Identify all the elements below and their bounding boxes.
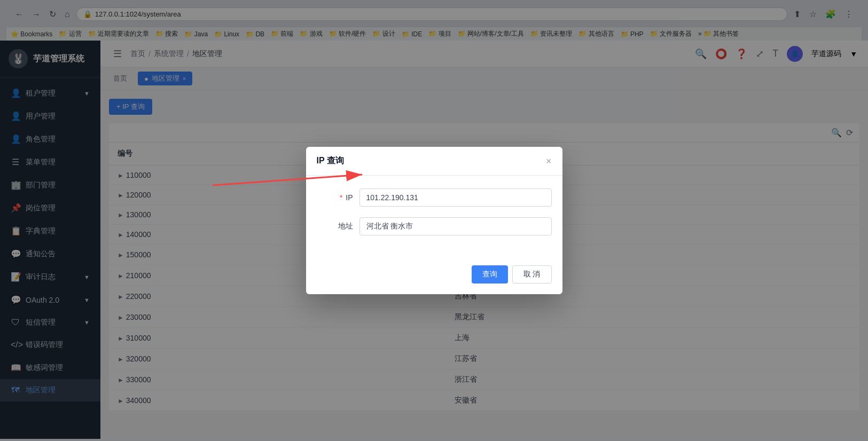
modal-body: * IP 地址: [306, 176, 562, 259]
address-label: 地址: [317, 222, 359, 231]
modal-header: IP 查询 ×: [306, 147, 562, 176]
query-button[interactable]: 查询: [472, 265, 508, 284]
address-input[interactable]: [359, 217, 552, 235]
ip-label: * IP: [317, 193, 359, 202]
form-row-address: 地址: [317, 217, 552, 235]
query-button-label: 查询: [482, 270, 497, 278]
ip-input[interactable]: [359, 188, 552, 207]
ip-query-modal: IP 查询 × * IP 地址 查询 取 消: [306, 147, 562, 294]
cancel-button[interactable]: 取 消: [512, 265, 552, 284]
form-row-ip: * IP: [317, 188, 552, 207]
modal-overlay[interactable]: IP 查询 × * IP 地址 查询 取 消: [0, 0, 868, 439]
required-star: *: [340, 193, 342, 202]
modal-title: IP 查询: [317, 155, 344, 167]
modal-close-button[interactable]: ×: [546, 156, 552, 166]
cancel-button-label: 取 消: [523, 270, 541, 278]
modal-footer: 查询 取 消: [306, 259, 562, 294]
